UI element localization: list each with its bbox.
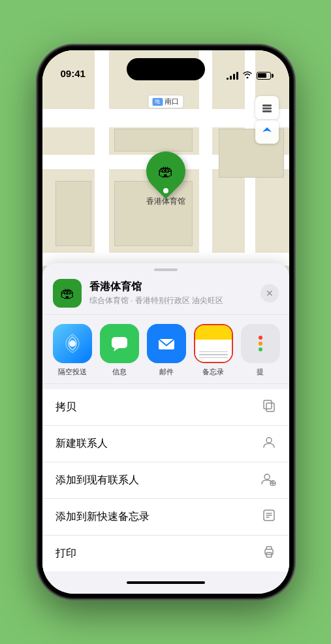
svg-point-9 (266, 438, 272, 443)
battery-icon (257, 72, 271, 80)
more-dots-container (259, 336, 262, 351)
more-dot-orange (259, 342, 262, 346)
signal-bar-3 (233, 74, 235, 80)
signal-icon (227, 72, 238, 80)
action-copy[interactable]: 拷贝 (42, 389, 289, 426)
venue-header: 🏟 香港体育馆 综合体育馆 · 香港特别行政区 油尖旺区 ✕ (42, 271, 289, 315)
pin-shape: 🏟 (146, 152, 185, 191)
airdrop-icon (53, 324, 92, 363)
new-contact-icon (262, 435, 276, 453)
svg-rect-1 (262, 108, 272, 110)
map-north-label: 地 南口 (148, 95, 183, 108)
more-dot-red (259, 336, 262, 340)
notes-yellow-top (195, 325, 232, 340)
svg-rect-8 (264, 400, 272, 409)
phone-screen: 09:41 (42, 50, 289, 594)
signal-bar-4 (236, 72, 238, 80)
location-pin: 🏟 香港体育馆 (146, 152, 185, 207)
map-label-icon: 地 (152, 98, 163, 106)
svg-point-3 (69, 340, 76, 347)
svg-rect-4 (112, 337, 127, 348)
notes-icon (194, 324, 233, 363)
close-button[interactable]: ✕ (260, 284, 279, 302)
share-item-notes[interactable]: 备忘录 (194, 324, 233, 377)
mail-label: 邮件 (159, 367, 174, 377)
status-icons (227, 71, 271, 80)
status-time: 09:41 (61, 68, 86, 80)
venue-icon: 🏟 (53, 279, 82, 308)
venue-info: 香港体育馆 综合体育馆 · 香港特别行政区 油尖旺区 (89, 280, 253, 306)
more-icon (241, 324, 280, 363)
building-2 (114, 129, 193, 152)
print-icon (262, 545, 276, 562)
notes-line-1 (199, 351, 228, 353)
more-label: 提 (257, 367, 264, 377)
venue-name: 香港体育馆 (89, 280, 253, 294)
message-icon (100, 324, 139, 363)
airdrop-label: 隔空投送 (58, 367, 87, 377)
map-label-text: 南口 (165, 97, 179, 106)
notes-line-3 (199, 357, 228, 359)
pin-inner-icon: 🏟 (158, 162, 174, 180)
action-print[interactable]: 打印 (42, 536, 289, 572)
pin-dot (163, 188, 168, 193)
share-item-airdrop[interactable]: 隔空投送 (53, 324, 92, 377)
share-item-mail[interactable]: 邮件 (147, 324, 186, 377)
svg-rect-7 (266, 403, 274, 411)
action-add-note-label: 添加到新快速备忘录 (55, 510, 150, 524)
svg-rect-2 (262, 110, 272, 112)
add-existing-icon (260, 472, 276, 489)
copy-icon (262, 398, 276, 416)
bottom-sheet: 🏟 香港体育馆 综合体育馆 · 香港特别行政区 油尖旺区 ✕ (42, 263, 289, 594)
svg-point-10 (264, 474, 270, 479)
venue-description: 综合体育馆 · 香港特别行政区 油尖旺区 (89, 295, 253, 306)
share-row: 隔空投送 信息 (42, 315, 289, 384)
action-add-note[interactable]: 添加到新快速备忘录 (42, 499, 289, 536)
battery-fill (258, 73, 266, 78)
home-indicator (42, 572, 289, 594)
notes-label: 备忘录 (202, 367, 224, 377)
action-list: 拷贝 新建联系人 (42, 389, 289, 572)
mail-icon (147, 324, 186, 363)
action-copy-label: 拷贝 (55, 400, 76, 414)
more-dot-green (259, 347, 262, 351)
action-add-existing[interactable]: 添加到现有联系人 (42, 462, 289, 499)
action-new-contact[interactable]: 新建联系人 (42, 426, 289, 462)
share-item-message[interactable]: 信息 (100, 324, 139, 377)
share-item-more[interactable]: 提 (241, 324, 280, 377)
home-bar (127, 581, 205, 584)
map-layers-button[interactable] (255, 96, 279, 120)
action-new-contact-label: 新建联系人 (55, 437, 108, 451)
phone-frame: 09:41 (39, 46, 293, 598)
signal-bar-1 (227, 78, 229, 80)
action-print-label: 打印 (55, 547, 76, 560)
notes-lines (199, 351, 228, 359)
location-arrow-button[interactable] (255, 120, 279, 144)
message-label: 信息 (112, 367, 127, 377)
wifi-icon (242, 71, 253, 80)
signal-bar-2 (230, 76, 232, 80)
add-note-icon (262, 508, 276, 526)
building-1 (55, 181, 91, 246)
notes-line-2 (199, 354, 228, 355)
map-button-group (255, 96, 279, 144)
action-add-existing-label: 添加到现有联系人 (55, 474, 139, 487)
svg-rect-0 (262, 105, 272, 106)
dynamic-island (127, 58, 205, 80)
